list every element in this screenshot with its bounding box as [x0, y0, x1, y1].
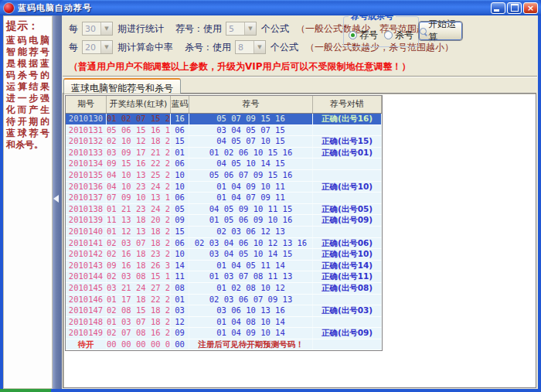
cell-blue-code: 14	[171, 261, 189, 271]
start-calc-button[interactable]: 开始运算	[419, 22, 462, 40]
cell-period: 2010146	[66, 295, 107, 305]
table-body: 2010130 01 02 07 15 21 31 16 05 07 09 15…	[66, 114, 382, 350]
formula-unit-label-2: 个公式	[270, 41, 298, 54]
cell-picks: 01 05 06 09 10 16	[189, 215, 313, 226]
cell-picks: 02 03 04 06 10 12 13 16	[189, 238, 313, 249]
table-row[interactable]: 2010141 02 03 07 18 23 27 06 02 03 04 06…	[66, 238, 382, 250]
cell-blue-code: 09	[171, 215, 189, 226]
cell-pick-result: 正确(出号10)	[313, 182, 382, 193]
cell-red-balls: 02 03 07 18 23 27	[107, 238, 171, 249]
table-row[interactable]: 2010147 02 08 15 18 24 30 03 03 06 10 13…	[66, 305, 382, 317]
cell-picks: 01 04 09 10 14	[189, 328, 313, 339]
table-row[interactable]: 2010148 01 03 07 18 23 27 12 01 04 08 10…	[66, 317, 382, 329]
table-row[interactable]: 2010142 02 16 18 23 26 27 10 03 04 05 10…	[66, 249, 382, 261]
cell-period: 2010132	[66, 136, 107, 147]
cell-pick-result	[313, 170, 382, 181]
cell-blue-code: 12	[171, 317, 189, 328]
table-row[interactable]: 待开 00 00 00 00 00 00 00 注册后可见待开期预测号码！	[66, 339, 382, 351]
mode-group-label: 荐号或杀号	[349, 15, 396, 22]
table-row[interactable]: 2010132 02 10 12 18 24 33 15 04 05 07 10…	[66, 136, 382, 148]
formula-unit-label-1: 个公式	[261, 22, 289, 36]
chevron-down-icon: ▼	[100, 22, 112, 35]
cell-picks: 注册后可见待开期预测号码！	[189, 339, 313, 350]
table-row[interactable]: 2010136 04 10 23 24 26 33 10 01 04 09 10…	[66, 182, 382, 193]
table-row[interactable]: 2010131 05 06 15 16 19 26 06 03 04 05 07…	[66, 125, 382, 137]
cell-period: 2010149	[66, 328, 107, 339]
cell-pick-result: 正确(出号10)	[313, 249, 382, 260]
cell-picks: 04 05 07 10 15	[189, 136, 313, 147]
every-label-2: 每	[69, 41, 78, 54]
table-row[interactable]: 2010134 09 15 16 22 27 28 06 04 05 10 14…	[66, 159, 382, 170]
cell-red-balls: 02 16 18 23 26 27	[107, 249, 171, 260]
cell-blue-code: 06	[171, 125, 189, 136]
vip-warning-text: （普通用户用户不能调整以上参数，升级为VIP用户后可以不受限制地任意调整！）	[69, 60, 538, 73]
cell-pick-result: 正确(出号01)	[313, 148, 382, 159]
close-icon: ×	[527, 3, 534, 13]
table-row[interactable]: 2010138 01 21 23 24 26 30 05 04 05 09 10…	[66, 204, 382, 216]
table-row[interactable]: 2010140 01 12 13 18 26 29 15 02 03 06 12…	[66, 227, 382, 238]
cell-picks: 01 02 06 10 15 16	[189, 148, 313, 159]
app-window: 蓝码电脑自动荐号 × 提示： 蓝码电脑智能荐号是根据蓝码杀号的运算结果进一步强化…	[0, 0, 541, 392]
cell-period: 2010137	[66, 193, 107, 203]
window-title: 蓝码电脑自动荐号	[18, 2, 491, 14]
tab-blue-ball-smart[interactable]: 蓝球电脑智能荐号和杀号	[63, 78, 181, 94]
cell-period: 2010136	[66, 182, 107, 193]
cell-pick-result: 正确(出号16)	[313, 114, 382, 124]
cell-period: 2010145	[66, 283, 107, 294]
table-row[interactable]: 2010144 02 03 08 15 19 21 11 01 03 07 08…	[66, 271, 382, 283]
sidebar-splitter[interactable]	[53, 15, 62, 389]
cell-period: 2010143	[66, 261, 107, 271]
cell-blue-code: 15	[171, 227, 189, 237]
cell-picks: 01 04 09 10 11	[189, 182, 313, 193]
chevron-down-icon: ▼	[253, 41, 265, 53]
grid-header-row: 期号 开奖结果(红球) 蓝码 荐号 荐号对错	[66, 96, 382, 114]
close-button[interactable]: ×	[523, 2, 538, 14]
cell-pick-result	[313, 317, 382, 328]
cell-picks: 01 04 05 11 14	[189, 261, 313, 271]
table-row[interactable]: 2010146 01 17 18 22 25 32 01 02 03 06 07…	[66, 295, 382, 306]
cell-picks: 01 04 07 09 11	[189, 193, 313, 203]
app-icon	[3, 2, 15, 14]
cell-blue-code: 11	[171, 271, 189, 282]
header-red-balls: 开奖结果(红球)	[107, 96, 171, 113]
table-row[interactable]: 2010149 02 07 08 16 25 30 09 01 04 09 10…	[66, 328, 382, 339]
radio-pick-number[interactable]: 荐号	[349, 29, 378, 42]
cell-period: 2010138	[66, 204, 107, 215]
restore-icon	[511, 4, 519, 12]
cell-red-balls: 01 17 18 22 25 32	[107, 295, 171, 305]
search-icon	[420, 28, 427, 35]
cell-red-balls: 03 21 24 27 28 31	[107, 283, 171, 294]
cell-red-balls: 02 03 08 15 19 21	[107, 271, 171, 282]
minimize-icon	[494, 9, 499, 12]
cell-pick-result	[313, 159, 382, 169]
mode-groupbox: 荐号或杀号 荐号 杀号	[343, 16, 419, 47]
restore-button[interactable]	[507, 2, 522, 14]
table-row[interactable]: 2010143 09 16 18 26 30 31 14 01 04 05 11…	[66, 261, 382, 272]
table-row[interactable]: 2010145 03 21 24 27 28 31 08 01 02 08 10…	[66, 283, 382, 295]
table-row[interactable]: 2010130 01 02 07 15 21 31 16 05 07 09 15…	[66, 114, 382, 125]
table-row[interactable]: 2010137 07 09 10 13 19 33 06 01 04 07 09…	[66, 193, 382, 204]
cell-period: 2010139	[66, 215, 107, 226]
cell-period: 2010130	[66, 114, 107, 124]
cell-pick-result: 正确(出号03)	[313, 305, 382, 316]
cell-blue-code: 10	[171, 182, 189, 193]
header-blue-code: 蓝码	[171, 96, 189, 113]
hit-rate-period-select[interactable]: 20 ▼	[82, 40, 113, 54]
stat-period-select[interactable]: 30 ▼	[82, 22, 113, 36]
table-row[interactable]: 2010135 04 10 13 25 26 30 10 05 06 07 09…	[66, 170, 382, 182]
cell-blue-code: 16	[171, 114, 189, 124]
table-row[interactable]: 2010139 11 13 18 20 26 31 09 01 05 06 09…	[66, 215, 382, 227]
title-bar: 蓝码电脑自动荐号 ×	[0, 0, 541, 15]
kill-formula-select[interactable]: 8 ▼	[235, 40, 266, 54]
cell-period: 2010147	[66, 305, 107, 316]
client-area: 提示： 蓝码电脑智能荐号是根据蓝码杀号的运算结果进一步强化而产生待开期的蓝球荐号…	[3, 15, 538, 389]
hint-text: 蓝码电脑智能荐号是根据蓝码杀号的运算结果进一步强化而产生待开期的蓝球荐号和杀号。	[6, 35, 49, 151]
pick-formula-select[interactable]: 5 ▼	[226, 22, 257, 36]
status-progress-strip	[0, 389, 51, 392]
cell-red-balls: 04 10 23 24 26 33	[107, 182, 171, 193]
table-row[interactable]: 2010133 03 09 17 21 26 32 01 01 02 06 10…	[66, 148, 382, 159]
cell-pick-result: 正确(出号05)	[313, 204, 382, 215]
minimize-button[interactable]	[491, 2, 505, 14]
cell-red-balls: 01 21 23 24 26 30	[107, 204, 171, 215]
radio-kill-number[interactable]: 杀号	[384, 29, 413, 42]
